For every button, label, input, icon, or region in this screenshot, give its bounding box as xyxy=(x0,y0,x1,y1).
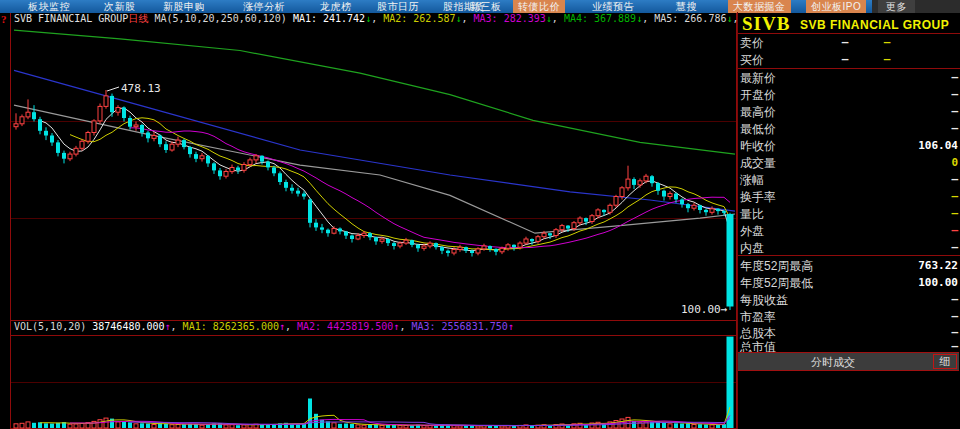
quote-value: — xyxy=(951,224,958,237)
menu-item-14[interactable]: 更多 xyxy=(878,0,915,13)
quote-value: — xyxy=(951,326,958,339)
ticker-symbol: SIVB xyxy=(742,13,790,35)
quote-label: 最高价 xyxy=(740,104,776,121)
trading-terminal-window: 板块监控次新股新股申购涨停分析龙虎榜股市日历股指期货新三板转债比价业绩预告慧搜大… xyxy=(0,0,960,429)
quote-value: — xyxy=(951,293,958,306)
ticker-name: SVB FINANCIAL GROUP xyxy=(800,18,949,32)
quote-label: 卖价 xyxy=(740,35,764,52)
price-ma-segment: , xyxy=(371,13,383,24)
quote-value: — xyxy=(830,36,860,49)
panel-separator xyxy=(738,255,960,256)
quote-value: — xyxy=(951,241,958,254)
quote-label: 最新价 xyxy=(740,70,776,87)
detail-button[interactable]: 细 xyxy=(933,354,957,369)
quote-row: 成交量0 xyxy=(738,155,960,170)
quote-row: 年度52周最低100.00 xyxy=(738,275,960,290)
panel-separator xyxy=(738,33,960,34)
price-ma-segment: MA2: 262.587 xyxy=(383,13,455,24)
quote-row: 涨幅— xyxy=(738,172,960,187)
quote-row: 量比— xyxy=(738,206,960,221)
quote-value: — xyxy=(872,53,902,66)
volume-ma-segment: MA2: 4425819.500 xyxy=(297,321,393,332)
quote-value: — xyxy=(951,71,958,84)
price-annotation: 478.13 xyxy=(121,82,161,95)
quote-row: 买价—— xyxy=(738,52,960,67)
quote-label: 涨幅 xyxy=(740,172,764,189)
quote-row: 卖价—— xyxy=(738,35,960,50)
quote-value: 0 xyxy=(951,156,958,169)
quote-label: 开盘价 xyxy=(740,87,776,104)
quote-label: 买价 xyxy=(740,52,764,69)
quote-row: 昨收价106.04 xyxy=(738,138,960,153)
quote-label: 年度52周最低 xyxy=(740,275,813,292)
quote-label: 成交量 xyxy=(740,155,776,172)
quote-value: — xyxy=(951,310,958,323)
menu-item-3[interactable]: 新股申购 xyxy=(163,0,205,13)
volume-ma-segment: MA3: 2556831.750 xyxy=(411,321,507,332)
menu-item-9[interactable]: 转债比价 xyxy=(513,0,565,13)
quote-label: 量比 xyxy=(740,206,764,223)
quote-panel: SIVB SVB FINANCIAL GROUP 卖价——买价——最新价—开盘价… xyxy=(738,13,960,429)
quote-row: 开盘价— xyxy=(738,87,960,102)
price-ma-segment: , xyxy=(462,13,474,24)
quote-row: 年度52周最高763.22 xyxy=(738,258,960,273)
menu-item-2[interactable]: 次新股 xyxy=(104,0,136,13)
volume-ma-segment: , xyxy=(399,321,411,332)
quote-value: 106.04 xyxy=(918,139,958,152)
quote-value: — xyxy=(830,53,860,66)
quote-row: 总股本— xyxy=(738,325,960,340)
volume-ma-readout: VOL(5,10,20) 38746480.000↑, MA1: 8262365… xyxy=(14,321,514,333)
price-ma-segment: , xyxy=(642,13,654,24)
menu-item-10[interactable]: 业绩预告 xyxy=(592,0,634,13)
quote-value: — xyxy=(872,36,902,49)
quote-row: 最高价— xyxy=(738,104,960,119)
quote-label: 最低价 xyxy=(740,121,776,138)
price-ma-segment: MA5: 266.786 xyxy=(654,13,726,24)
tab-time-sales[interactable]: 分时成交 xyxy=(738,355,928,370)
menu-item-11[interactable]: 慧搜 xyxy=(676,0,697,13)
menu-item-4[interactable]: 涨停分析 xyxy=(243,0,285,13)
quote-label: 每股收益 xyxy=(740,292,788,309)
quote-value: 100.00 xyxy=(918,276,958,289)
price-ma-segment: MA(5,10,20,250,60,120) xyxy=(148,13,293,24)
volume-ma-segment: VOL(5,10,20) xyxy=(14,321,92,332)
price-ma-segment: MA3: 282.393 xyxy=(474,13,546,24)
menu-item-13[interactable]: 创业板IPO xyxy=(806,0,866,13)
price-ma-segment: MA4: 367.889 xyxy=(564,13,636,24)
panel-separator xyxy=(738,68,960,69)
volume-ma-segment: , xyxy=(285,321,297,332)
corner-marker-icon: ? xyxy=(1,13,10,25)
quote-row: 最低价— xyxy=(738,121,960,136)
volume-ma-segment: , xyxy=(171,321,183,332)
quote-value: — xyxy=(951,173,958,186)
quote-label: 昨收价 xyxy=(740,138,776,155)
quote-label: 年度52周最高 xyxy=(740,258,813,275)
quote-row: 每股收益— xyxy=(738,292,960,307)
volume-ma-segment: MA1: 8262365.000 xyxy=(183,321,279,332)
panel-footer-bar: 分时成交 细 xyxy=(738,352,959,371)
price-annotation: 100.00→ xyxy=(681,303,727,316)
menu-item-1[interactable]: 板块监控 xyxy=(28,0,70,13)
menu-item-8[interactable]: 新三板 xyxy=(470,0,502,13)
volume-ma-segment: 38746480.000 xyxy=(92,321,164,332)
menu-bar: 板块监控次新股新股申购涨停分析龙虎榜股市日历股指期货新三板转债比价业绩预告慧搜大… xyxy=(0,0,960,13)
quote-row: 换手率— xyxy=(738,189,960,204)
quote-value: — xyxy=(951,122,958,135)
price-ma-segment: , xyxy=(552,13,564,24)
quote-value: — xyxy=(951,190,958,203)
quote-row: 外盘— xyxy=(738,223,960,238)
volume-ma-segment: ↑ xyxy=(508,321,514,332)
quote-label: 外盘 xyxy=(740,223,764,240)
quote-value: 763.22 xyxy=(918,259,958,272)
quote-value: — xyxy=(951,207,958,220)
quote-row: 内盘— xyxy=(738,240,960,255)
menu-item-6[interactable]: 股市日历 xyxy=(377,0,419,13)
panel-divider xyxy=(737,12,738,429)
quote-value: — xyxy=(951,88,958,101)
price-ma-segment: 日线 xyxy=(128,13,148,24)
menu-item-5[interactable]: 龙虎榜 xyxy=(320,0,352,13)
price-ma-readout: SVB FINANCIAL GROUP日线 MA(5,10,20,250,60,… xyxy=(14,13,823,25)
price-ma-segment: MA1: 241.742 xyxy=(293,13,365,24)
quote-label: 市盈率 xyxy=(740,309,776,326)
price-ma-segment: SVB FINANCIAL GROUP xyxy=(14,13,128,24)
